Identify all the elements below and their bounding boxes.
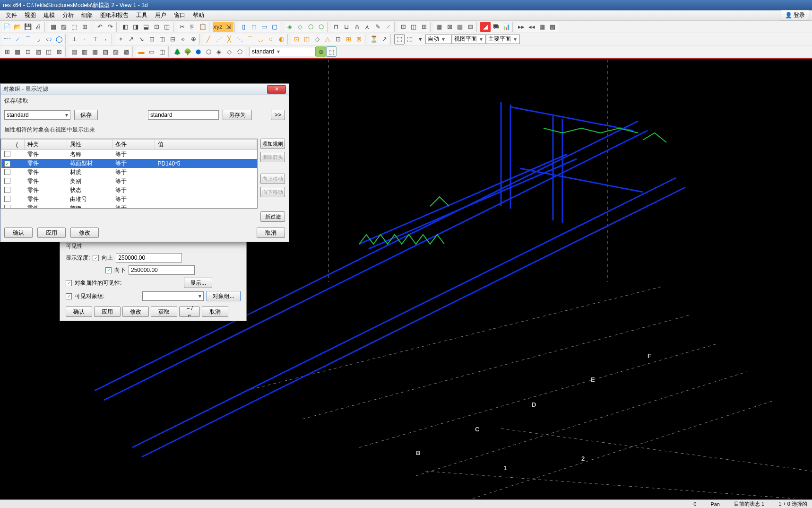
row-checkbox[interactable] — [4, 151, 10, 157]
input-depth-up[interactable] — [116, 253, 182, 263]
tool-icon[interactable]: ▦ — [48, 22, 59, 32]
tool-icon[interactable]: ⊟ — [465, 22, 475, 32]
input-filter-name[interactable] — [148, 110, 219, 120]
tool-icon[interactable]: ⋔ — [352, 22, 362, 32]
tool-icon[interactable]: ◇ — [312, 34, 322, 44]
checkbox-vis-group[interactable] — [66, 293, 72, 299]
tool-icon[interactable]: ⊕ — [316, 46, 326, 57]
tool-icon[interactable]: ◫ — [43, 46, 54, 57]
menu-item[interactable]: 图纸和报告 — [96, 10, 132, 20]
table-row[interactable]: 零件前缀等于 — [1, 204, 257, 209]
table-row[interactable]: 零件状态等于 — [1, 186, 257, 195]
tool-icon[interactable]: ⊠ — [354, 34, 364, 44]
tool-icon[interactable]: 📊 — [501, 22, 511, 32]
menu-item[interactable]: 帮助 — [189, 10, 208, 20]
tool-icon[interactable]: ⊡ — [291, 34, 302, 44]
tool-icon[interactable]: ◐ — [276, 34, 286, 44]
tool-icon[interactable]: ⊡ — [23, 46, 33, 57]
tool-icon[interactable]: ↗ — [126, 34, 136, 44]
tool-icon[interactable]: 🌳 — [182, 46, 193, 57]
tool-icon[interactable]: ▦ — [537, 22, 547, 32]
tool-icon[interactable]: ⊠ — [444, 22, 455, 32]
tool-icon[interactable]: ⊞ — [419, 22, 429, 32]
cancel-button[interactable]: 取消 — [202, 307, 228, 317]
checkbox-down[interactable] — [105, 267, 112, 273]
apply-button[interactable]: 应用 — [37, 228, 66, 238]
tool-icon[interactable]: ▩ — [121, 46, 131, 57]
tool-icon[interactable]: ⬠ — [234, 46, 245, 57]
tool-icon[interactable]: △ — [322, 34, 333, 44]
combo-vis-group[interactable] — [142, 291, 204, 301]
tool-icon[interactable]: ◢ — [480, 22, 491, 32]
menu-item[interactable]: 视图 — [21, 10, 40, 20]
tool-icon[interactable]: 🖨 — [33, 22, 43, 32]
tool-icon[interactable]: ⊡ — [147, 34, 157, 44]
tool-icon[interactable]: 📂 — [12, 22, 23, 32]
cancel-button[interactable]: 取消 — [257, 228, 285, 238]
table-row[interactable]: 零件材质等于 — [1, 168, 257, 177]
save-button[interactable]: 保存 — [74, 110, 98, 120]
tool-icon[interactable]: 📄 — [2, 22, 12, 32]
table-row[interactable]: 零件由堆号等于 — [1, 195, 257, 204]
menu-item[interactable]: 窗口 — [170, 10, 189, 20]
tool-icon[interactable]: ╱ — [203, 34, 214, 44]
col-attr[interactable]: 属性 — [67, 140, 112, 150]
tool-icon[interactable]: ⫟ — [100, 34, 111, 44]
tool-icon[interactable]: ▩ — [547, 22, 558, 32]
tool-icon[interactable]: ⋰ — [214, 34, 224, 44]
tool-icon[interactable]: ⬚ — [394, 34, 405, 44]
tool-icon[interactable]: ▦ — [434, 22, 444, 32]
tool-icon[interactable]: ▨ — [111, 46, 121, 57]
tool-icon[interactable]: 📋 — [198, 22, 208, 32]
tool-icon[interactable]: ⬚ — [405, 34, 415, 44]
tool-icon[interactable]: ⊟ — [167, 34, 178, 44]
tool-icon[interactable]: ◡ — [255, 34, 266, 44]
tool-icon[interactable]: 💾 — [23, 22, 33, 32]
row-checkbox[interactable] — [4, 187, 10, 193]
tool-icon[interactable]: ◈ — [285, 22, 295, 32]
tool-icon[interactable]: ▯ — [238, 22, 249, 32]
tool-icon[interactable]: ⊤ — [90, 34, 100, 44]
tool-icon[interactable]: ▭ — [259, 22, 269, 32]
tool-icon[interactable]: ◫ — [302, 34, 312, 44]
tool-icon[interactable]: ◻ — [249, 22, 259, 32]
filter-table[interactable]: ( 种类 属性 条件 值 零件名称等于零件截面型材等于PD140*5零件材质等于… — [0, 139, 258, 209]
expand-button[interactable]: >> — [271, 110, 285, 120]
dropdown-viewplane[interactable]: 视图平面 — [452, 35, 486, 44]
tool-icon[interactable]: ◂◂ — [527, 22, 537, 32]
toggle-button[interactable]: ⌐ / ⌐ — [179, 307, 200, 317]
table-row[interactable]: 零件类别等于 — [1, 177, 257, 186]
tool-icon[interactable]: ◫ — [162, 22, 172, 32]
dropdown-mainplane[interactable]: 主要平面 — [486, 35, 520, 44]
menu-item[interactable]: 用户 — [151, 10, 170, 20]
tool-icon[interactable]: 🌲 — [172, 46, 182, 57]
tool-icon[interactable]: ▤ — [455, 22, 465, 32]
tool-icon[interactable]: ◫ — [157, 34, 167, 44]
tool-icon[interactable]: ▭ — [147, 46, 157, 57]
input-depth-down[interactable] — [129, 265, 195, 275]
row-checkbox[interactable] — [4, 196, 10, 202]
col-value[interactable]: 值 — [155, 140, 257, 150]
move-down-button[interactable]: 向下移动 — [260, 187, 285, 197]
object-group-button[interactable]: 对象组... — [207, 291, 241, 301]
tool-icon[interactable]: ▦ — [12, 46, 23, 57]
delete-rule-button[interactable]: 删除箭头 — [260, 152, 285, 162]
menu-item[interactable]: 建模 — [40, 10, 59, 20]
new-filter-button[interactable]: 新过滤 — [260, 211, 285, 222]
row-checkbox[interactable] — [4, 205, 10, 209]
tool-icon[interactable]: ◈ — [214, 46, 224, 57]
dialog-titlebar[interactable]: 对象组 - 显示过滤 ✕ — [0, 84, 289, 95]
menu-item[interactable]: 工具 — [132, 10, 151, 20]
combo-filter-name[interactable]: standard — [4, 110, 70, 120]
tool-icon[interactable]: ⊠ — [54, 46, 64, 57]
tool-icon[interactable]: ⊡ — [333, 34, 343, 44]
tool-icon[interactable]: ⊔ — [341, 22, 352, 32]
tool-icon[interactable]: ⊥ — [69, 34, 79, 44]
tool-icon[interactable]: ▨ — [59, 22, 69, 32]
tool-icon[interactable]: ⋏ — [362, 22, 372, 32]
tool-icon[interactable]: xyz — [213, 22, 223, 32]
tool-icon[interactable]: ⎘ — [187, 22, 198, 32]
tool-icon[interactable]: ◫ — [408, 22, 419, 32]
tool-icon[interactable]: ⌒ — [23, 34, 33, 44]
tool-icon[interactable]: ⬚ — [69, 22, 79, 32]
